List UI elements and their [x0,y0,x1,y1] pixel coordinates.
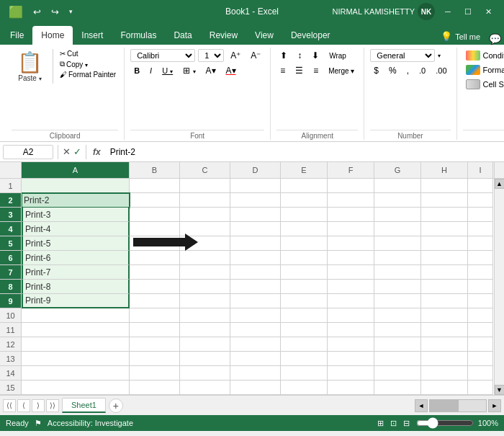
cell-C4[interactable] [180,222,230,236]
cell-E14[interactable] [281,366,328,381]
row-num-6[interactable]: 6 [0,251,21,265]
cell-styles-button[interactable]: Cell Styles ▾ [463,78,504,91]
cell-B3[interactable] [130,208,180,222]
cell-I13[interactable] [468,352,493,366]
row-num-14[interactable]: 14 [0,366,21,381]
col-header-G[interactable]: G [374,162,421,178]
cell-E9[interactable] [281,294,328,308]
normal-view-button[interactable]: ⊞ [375,418,386,429]
accessibility-text[interactable]: Accessibility: Investigate [48,419,133,427]
align-top-button[interactable]: ⬆ [276,49,291,62]
cell-H6[interactable] [421,251,468,265]
sheet-nav-last[interactable]: ⟩⟩ [46,399,59,412]
cell-H12[interactable] [421,337,468,352]
cell-B12[interactable] [130,337,180,352]
redo-button[interactable]: ↪ [48,5,62,19]
italic-button[interactable]: I [146,65,156,76]
tab-developer[interactable]: Developer [282,26,339,45]
tab-home[interactable]: Home [32,26,73,45]
cell-D13[interactable] [230,352,281,366]
cell-A3[interactable]: Print-3 [22,208,130,222]
cell-D5[interactable] [230,236,281,251]
cell-B2[interactable] [130,193,180,208]
col-header-E[interactable]: E [281,162,328,178]
cell-D3[interactable] [230,208,281,222]
cell-A12[interactable] [22,337,130,352]
scroll-left-button[interactable]: ◄ [415,399,428,412]
cell-D4[interactable] [230,222,281,236]
cell-C10[interactable] [180,308,230,323]
align-bottom-button[interactable]: ⬇ [308,49,323,62]
row-num-2[interactable]: 2 [0,193,21,208]
row-num-13[interactable]: 13 [0,352,21,366]
cell-G15[interactable] [374,381,421,395]
page-break-button[interactable]: ⊟ [401,418,412,429]
cell-C1[interactable] [180,179,230,193]
col-header-F[interactable]: F [328,162,374,178]
cell-B4[interactable] [130,222,180,236]
cell-A9[interactable]: Print-9 [22,294,130,308]
h-scroll-track[interactable] [429,399,487,412]
cell-C5[interactable] [180,236,230,251]
cell-I8[interactable] [468,280,493,294]
cell-B10[interactable] [130,308,180,323]
cell-B1[interactable] [130,179,180,193]
cell-C7[interactable] [180,265,230,280]
comment-button[interactable]: 💬 [486,33,504,45]
cell-E1[interactable] [281,179,328,193]
cell-A10[interactable] [22,308,130,323]
cell-E3[interactable] [281,208,328,222]
tab-review[interactable]: Review [201,26,246,45]
cell-F13[interactable] [328,352,374,366]
cell-F10[interactable] [328,308,374,323]
cell-H15[interactable] [421,381,468,395]
cell-F7[interactable] [328,265,374,280]
cell-I15[interactable] [468,381,493,395]
cell-E8[interactable] [281,280,328,294]
cell-C12[interactable] [180,337,230,352]
currency-button[interactable]: $ [370,64,382,77]
cell-G4[interactable] [374,222,421,236]
row-num-10[interactable]: 10 [0,308,21,323]
cell-F14[interactable] [328,366,374,381]
cell-I7[interactable] [468,265,493,280]
cell-F3[interactable] [328,208,374,222]
cell-I11[interactable] [468,323,493,337]
cell-E4[interactable] [281,222,328,236]
cell-reference-box[interactable] [3,145,53,159]
row-num-9[interactable]: 9 [0,294,21,308]
cell-E5[interactable] [281,236,328,251]
conditional-formatting-button[interactable]: Conditional Formatting ▾ [463,49,504,62]
cell-F6[interactable] [328,251,374,265]
align-middle-button[interactable]: ↕ [294,49,305,62]
fx-button[interactable]: fx [91,146,103,158]
col-header-B[interactable]: B [130,162,180,178]
cell-E11[interactable] [281,323,328,337]
increase-decimal-button[interactable]: .00 [432,65,450,76]
cell-B6[interactable] [130,251,180,265]
cell-I14[interactable] [468,366,493,381]
cell-F9[interactable] [328,294,374,308]
align-left-button[interactable]: ≡ [276,64,289,77]
cell-D9[interactable] [230,294,281,308]
cell-D11[interactable] [230,323,281,337]
cell-C8[interactable] [180,280,230,294]
row-num-11[interactable]: 11 [0,323,21,337]
cell-H14[interactable] [421,366,468,381]
page-layout-button[interactable]: ⊡ [388,418,399,429]
cell-I2[interactable] [468,193,493,208]
tab-view[interactable]: View [246,26,282,45]
cell-A14[interactable] [22,366,130,381]
tab-formulas[interactable]: Formulas [112,26,165,45]
row-num-15[interactable]: 15 [0,381,21,395]
cell-C2[interactable] [180,193,230,208]
decrease-decimal-button[interactable]: .0 [415,65,429,76]
cell-H10[interactable] [421,308,468,323]
cell-E7[interactable] [281,265,328,280]
row-num-5[interactable]: 5 [0,236,21,251]
cell-G10[interactable] [374,308,421,323]
cell-G9[interactable] [374,294,421,308]
zoom-slider[interactable] [416,417,474,429]
cell-E15[interactable] [281,381,328,395]
cell-F8[interactable] [328,280,374,294]
